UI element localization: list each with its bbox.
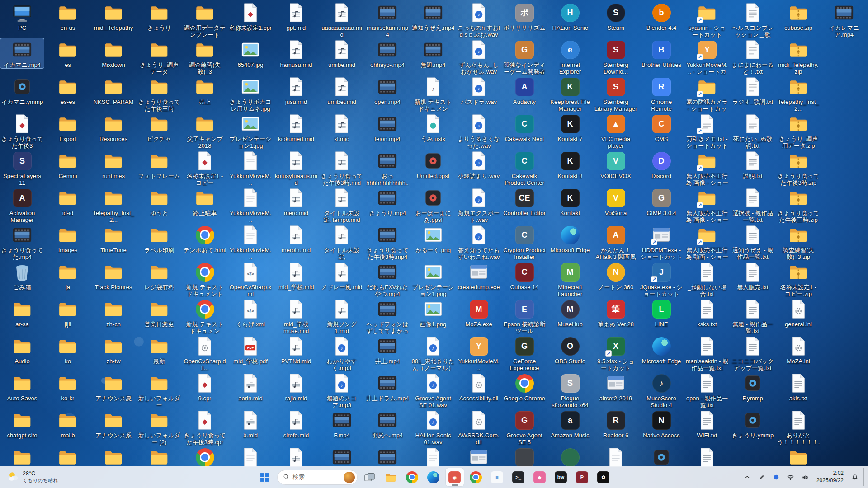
desktop-icon[interactable]: ↗無人販売不正行為 画像 - ショートカット xyxy=(685,150,729,186)
desktop-icon[interactable]: ヘルスコンプレッション＿歌詞.txt xyxy=(731,1,774,38)
desktop-icon[interactable]: maniseakrin - 親作品一覧.txt xyxy=(685,335,729,371)
desktop-icon[interactable]: YYukkuriMovieM... xyxy=(457,335,500,371)
taskbar-task-view[interactable] xyxy=(361,468,379,486)
desktop-icon[interactable]: きょうり xyxy=(137,1,181,31)
desktop-icon[interactable]: Microsoft Edge xyxy=(640,335,683,365)
desktop-icon[interactable]: OpenCvSharp.dll... xyxy=(183,335,226,371)
desktop-icon[interactable]: Telepathy_Inst_2... xyxy=(777,75,820,112)
desktop-icon[interactable]: ♪わかりやすく.mp3 xyxy=(320,335,363,371)
desktop-icon[interactable]: DDiscord xyxy=(640,150,683,179)
desktop-icon[interactable]: 調査練習(失敗)_3 xyxy=(183,38,226,75)
desktop-icon[interactable]: midi_Telepathy xyxy=(92,1,135,31)
desktop-icon[interactable]: 調査練習(失敗)_3.zip xyxy=(777,224,820,260)
desktop-icon[interactable]: mero.mid xyxy=(274,187,318,216)
search-daily-image-icon[interactable] xyxy=(344,472,355,483)
desktop-icon[interactable]: ♪バスドラ.wav xyxy=(457,75,500,105)
desktop-icon[interactable]: Aかんたん！AITalk 3 関西風 xyxy=(594,224,637,260)
desktop-icon[interactable]: open.mp4 xyxy=(366,75,409,105)
desktop-icon[interactable]: GGeForce Experience xyxy=(503,335,546,371)
notification-bell-icon[interactable] xyxy=(848,468,862,486)
desktop-icon[interactable]: プレゼンテーション1.png xyxy=(411,261,455,297)
desktop-icon[interactable]: ポポリリリリズム xyxy=(503,1,546,31)
desktop-icon[interactable]: malib xyxy=(46,409,90,439)
weather-widget[interactable]: 28°C くもりのち晴れ xyxy=(3,469,63,486)
desktop-icon[interactable]: CCrypton Product Installer xyxy=(503,224,546,260)
desktop-icon[interactable]: sirofo.mid xyxy=(274,409,318,439)
desktop-icon[interactable]: RReaktor 6 xyxy=(594,409,637,439)
desktop-icon[interactable]: EEpson 接続診断ツール xyxy=(503,298,546,334)
desktop-icon[interactable]: eInternet Explorer xyxy=(548,38,592,75)
desktop-icon[interactable]: zh-cn xyxy=(92,298,135,328)
desktop-icon[interactable]: 羽尻へ.mp4 xyxy=(366,409,409,439)
desktop-icon[interactable]: ♪新規 テキスト ドキュメント.musicxml xyxy=(411,75,455,112)
desktop-icon[interactable]: かるーく.png xyxy=(411,224,455,253)
desktop-icon[interactable]: gpt.mid xyxy=(274,1,318,31)
desktop-icon[interactable]: 新規 テキスト ドキュメント (2).html xyxy=(183,261,226,297)
desktop-icon[interactable]: MMinecraft Launcher xyxy=(548,261,592,297)
desktop-icon[interactable]: teion.mp4 xyxy=(366,113,409,142)
desktop-icon[interactable]: Resources xyxy=(92,113,135,142)
desktop-icon[interactable]: 選択肢 - 親作品一覧.txt xyxy=(731,187,774,223)
desktop-icon[interactable]: GGIMP 3.0.4 xyxy=(640,187,683,216)
desktop-icon[interactable]: ksks.txt xyxy=(685,298,729,328)
desktop-icon[interactable]: CCakewalk Product Center xyxy=(503,150,546,186)
desktop-icon[interactable]: 画像1.png xyxy=(411,298,455,328)
taskbar-pink-app[interactable]: ◆ xyxy=(531,468,549,486)
desktop-icon[interactable]: YukkuriMovieM... xyxy=(229,187,272,223)
wifi-icon[interactable] xyxy=(784,468,797,486)
desktop-icon[interactable]: ♪HALion Sonic 01.wav xyxy=(411,409,455,446)
desktop-icon[interactable]: MoZA.ini xyxy=(777,335,820,365)
desktop-icon[interactable]: Telepathy_Inst_2... xyxy=(92,187,135,223)
desktop-icon[interactable]: ar-sa xyxy=(0,298,44,328)
taskbar-file-explorer[interactable] xyxy=(382,468,400,486)
desktop-icon[interactable]: 65407.jpg xyxy=(229,38,272,68)
desktop-icon[interactable]: akis.txt xyxy=(777,372,820,402)
desktop-icon[interactable]: jusu.mid xyxy=(274,75,318,105)
desktop-icon[interactable]: jijii xyxy=(46,298,90,328)
desktop-icon[interactable]: テンポあて.html xyxy=(183,224,226,253)
desktop-icon[interactable]: レジ袋有料 xyxy=(137,261,181,291)
desktop-icon[interactable]: kotusytuaaus.mid xyxy=(274,150,318,186)
desktop-icon[interactable]: YukkuriMovieM... xyxy=(229,224,272,260)
desktop-icon[interactable]: ja xyxy=(46,261,90,291)
desktop-icon[interactable]: TimeTune xyxy=(92,224,135,253)
desktop-icon[interactable]: 説明.txt xyxy=(731,150,774,179)
desktop-icon[interactable]: ko xyxy=(46,335,90,365)
desktop-icon[interactable]: きょうり食ってた午後3時.mp4 xyxy=(366,224,409,260)
desktop-icon[interactable]: ♪無題のスコア.mp3 xyxy=(320,372,363,408)
desktop-icon[interactable]: xl.mid xyxy=(320,113,363,142)
desktop-icon[interactable]: runtimes xyxy=(92,150,135,179)
taskbar-chatgpt[interactable]: ✿ xyxy=(594,468,613,486)
desktop-icon[interactable]: OOBS Studio xyxy=(548,335,592,365)
desktop-icon[interactable]: X↗9.5.xlsx - ショートカット xyxy=(594,335,637,371)
desktop-icon[interactable]: 最新 xyxy=(137,335,181,365)
desktop-icon[interactable]: es xyxy=(46,38,90,68)
desktop-icon[interactable]: きょうり食ってた午後3時.cpr xyxy=(183,409,226,446)
desktop-icon[interactable]: ニコニコバックアップ一覧.txt xyxy=(731,335,774,371)
desktop-icon[interactable]: </>くらげ.xml xyxy=(229,298,272,328)
desktop-icon[interactable]: PVTNd.mid xyxy=(274,335,318,365)
desktop-icon[interactable]: 新しいフォルダー (2) xyxy=(137,409,181,446)
desktop-icon[interactable]: 無題 - 親作品一覧.txt xyxy=(731,298,774,334)
desktop-icon[interactable]: 名称未設定1.cpr xyxy=(229,1,272,31)
desktop-icon[interactable]: ohhayo-.mp4 xyxy=(366,38,409,68)
desktop-icon[interactable]: ↗syasinn - ショートカット xyxy=(685,1,729,38)
tray-app-dot-icon[interactable] xyxy=(769,468,783,486)
desktop-icon[interactable]: アナウンス系 xyxy=(92,409,135,439)
desktop-icon[interactable]: 無題.mp4 xyxy=(411,38,455,68)
desktop-icon[interactable]: 名称未設定1 - コピー xyxy=(183,150,226,186)
desktop-icon[interactable]: おっhhhhhhhhhhhh... xyxy=(366,150,409,186)
taskbar-p-app[interactable]: P xyxy=(573,468,591,486)
desktop-icon[interactable]: きょうり食ってた午後3時.zip xyxy=(777,150,820,186)
desktop-icon[interactable]: NNative Access xyxy=(640,409,683,439)
desktop-icon[interactable]: midi_Telepathy.zip xyxy=(777,38,820,75)
desktop-icon[interactable]: SSteinberg Downlo... xyxy=(594,38,637,75)
desktop-icon[interactable]: Y↗YukkuriMovieM... - ショートカット xyxy=(685,38,729,75)
desktop-icon[interactable]: 9.cpr xyxy=(183,372,226,402)
desktop-icon[interactable]: AAudacity xyxy=(503,75,546,105)
desktop-icon[interactable]: KKontakt 8 xyxy=(548,150,592,179)
desktop-icon[interactable]: ♪Groove Agent SE 01.wav xyxy=(411,372,455,408)
desktop-icon[interactable]: RChrome Remote Desktop xyxy=(640,75,683,112)
desktop-icon[interactable]: 名称未設定1 - コピー.zip xyxy=(777,261,820,297)
taskbar-notepad[interactable]: ≡ xyxy=(488,468,506,486)
